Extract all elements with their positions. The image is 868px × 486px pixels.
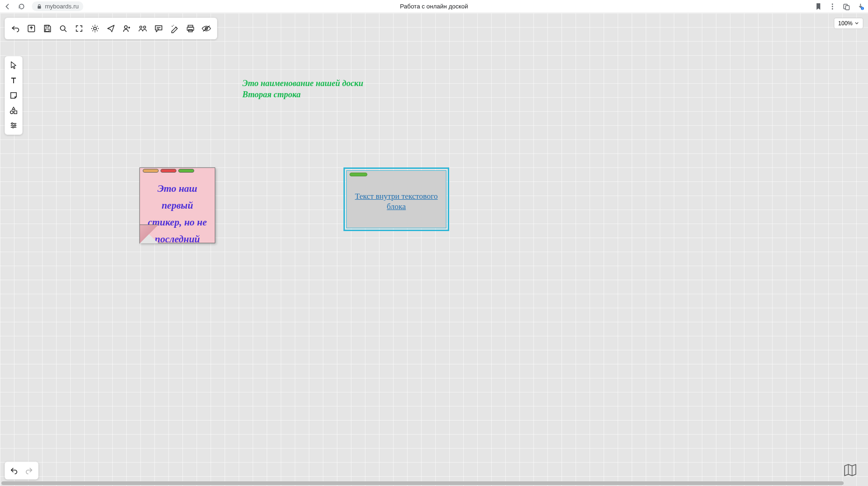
history-controls <box>5 462 38 479</box>
scrollbar-thumb[interactable] <box>1 481 844 485</box>
tag-green <box>178 169 194 173</box>
svg-point-2 <box>832 6 833 7</box>
top-toolbar <box>5 18 217 39</box>
sticker-note[interactable]: Это наш первый стикер, но не последний <box>139 167 215 243</box>
svg-point-11 <box>60 26 65 30</box>
minimap-button[interactable] <box>842 462 859 479</box>
sliders-tool[interactable] <box>7 118 21 133</box>
tag-orange <box>143 169 159 173</box>
invite-button[interactable] <box>119 21 135 36</box>
svg-rect-5 <box>846 6 849 10</box>
left-toolbar <box>5 56 22 135</box>
svg-point-22 <box>10 111 13 114</box>
svg-point-24 <box>11 123 13 124</box>
board-title-line1: Это наименование нашей доски <box>242 78 363 89</box>
board-title-line2: Вторая строка <box>242 89 363 100</box>
zoom-control[interactable]: 100% <box>834 18 863 29</box>
draw-button[interactable] <box>167 21 182 36</box>
svg-point-12 <box>94 27 96 30</box>
text-block[interactable]: Текст внутри текстового блока <box>343 167 449 231</box>
browser-bar: myboards.ru Работа с онлайн доской 1 <box>0 0 868 13</box>
print-button[interactable] <box>182 21 198 36</box>
shapes-tool[interactable] <box>7 103 21 118</box>
extensions-icon[interactable] <box>843 3 850 10</box>
svg-rect-23 <box>14 111 17 114</box>
svg-rect-9 <box>46 25 49 27</box>
horizontal-scrollbar[interactable] <box>1 481 867 485</box>
zoom-value: 100% <box>838 20 853 27</box>
downloads-icon[interactable]: 1 <box>857 3 864 10</box>
board-canvas[interactable] <box>0 13 868 486</box>
save-button[interactable] <box>39 21 55 36</box>
present-button[interactable] <box>135 21 151 36</box>
text-block-content: Текст внутри текстового блока <box>350 191 443 212</box>
bookmark-icon[interactable] <box>815 3 822 10</box>
chevron-down-icon <box>854 21 859 26</box>
svg-point-15 <box>144 26 146 29</box>
sticker-fold <box>139 225 158 243</box>
reload-icon[interactable] <box>18 3 25 10</box>
redo-history-button <box>22 464 36 478</box>
svg-point-14 <box>140 26 142 29</box>
fullscreen-button[interactable] <box>71 21 87 36</box>
hide-button[interactable] <box>198 21 214 36</box>
settings-button[interactable] <box>87 21 103 36</box>
menu-icon[interactable] <box>829 3 836 10</box>
address-bar[interactable]: myboards.ru <box>32 1 83 11</box>
svg-text:1: 1 <box>862 7 863 10</box>
sticker-tags <box>143 169 194 173</box>
lock-icon <box>36 4 42 9</box>
svg-rect-19 <box>187 27 194 30</box>
svg-point-26 <box>12 126 14 128</box>
text-tool[interactable] <box>7 73 21 88</box>
search-button[interactable] <box>55 21 71 36</box>
undo-button[interactable] <box>7 21 23 36</box>
svg-point-16 <box>172 26 173 27</box>
import-button[interactable] <box>23 21 39 36</box>
svg-point-1 <box>832 3 833 5</box>
note-tool[interactable] <box>7 88 21 103</box>
url-text: myboards.ru <box>45 3 79 10</box>
svg-rect-10 <box>45 29 49 31</box>
svg-point-17 <box>173 25 174 26</box>
send-button[interactable] <box>103 21 119 36</box>
tag-red <box>160 169 176 173</box>
svg-point-3 <box>832 8 833 9</box>
svg-point-25 <box>14 124 15 126</box>
svg-point-13 <box>124 26 127 29</box>
comment-button[interactable] <box>151 21 167 36</box>
page-title: Работа с онлайн доской <box>400 3 468 10</box>
board-title[interactable]: Это наименование нашей доски Вторая стро… <box>242 78 363 100</box>
text-block-tag <box>350 173 367 176</box>
pointer-tool[interactable] <box>7 58 21 73</box>
svg-rect-0 <box>38 6 41 9</box>
back-icon[interactable] <box>4 3 11 10</box>
undo-history-button[interactable] <box>7 464 22 478</box>
app-root: 100% Это наименование нашей доски Вторая… <box>0 13 868 486</box>
